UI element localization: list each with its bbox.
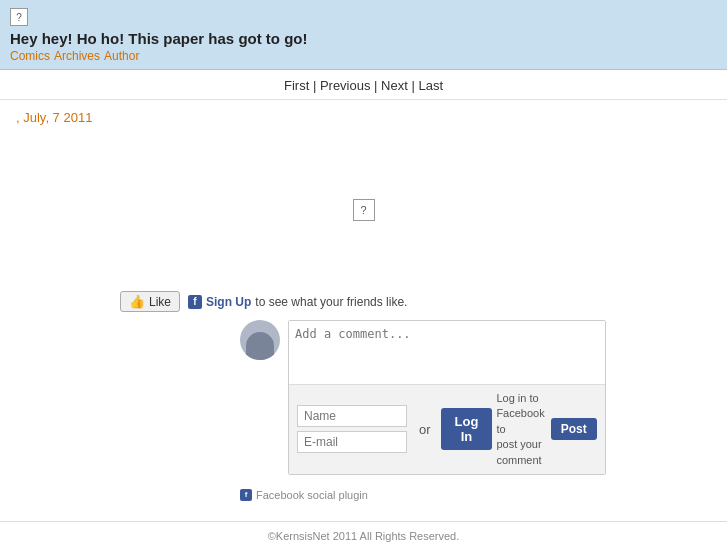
comic-image-placeholder: ? [353,199,375,221]
nav-comics[interactable]: Comics [10,49,50,63]
comment-section: or Log In Log in to Facebook to post you… [120,320,607,485]
nav-author[interactable]: Author [104,49,139,63]
header: ? Hey hey! Ho ho! This paper has got to … [0,0,727,70]
nav-archives[interactable]: Archives [54,49,100,63]
thumb-icon: 👍 [129,294,145,309]
next-button[interactable]: Next [381,78,408,93]
comic-date: , July, 7 2011 [0,100,727,135]
copyright-text: ©KernsisNet 2011 All Rights Reserved. [268,530,460,542]
previous-button[interactable]: Previous [320,78,371,93]
header-icon: ? [10,8,28,26]
comment-textarea[interactable] [289,321,605,381]
facebook-area: 👍 Like f Sign Up to see what your friend… [0,285,727,511]
site-title: Hey hey! Ho ho! This paper has got to go… [10,30,717,47]
fb-signup-link[interactable]: Sign Up [206,295,251,309]
name-input[interactable] [297,405,407,427]
login-button[interactable]: Log In [441,408,493,450]
avatar-silhouette [246,332,274,360]
avatar [240,320,280,360]
comic-area: ? [0,135,727,285]
fb-signup: f Sign Up to see what your friends like. [188,295,407,309]
like-button[interactable]: 👍 Like [120,291,180,312]
email-input[interactable] [297,431,407,453]
name-email-fields [297,405,407,453]
fb-plugin-label: Facebook social plugin [256,489,368,501]
fb-signup-text: to see what your friends like. [255,295,407,309]
page-footer: ©KernsisNet 2011 All Rights Reserved. [0,521,727,545]
comment-form: or Log In Log in to Facebook to post you… [288,320,606,475]
first-button[interactable]: First [284,78,309,93]
or-text: or [413,422,437,437]
comic-navigation: First | Previous | Next | Last [0,70,727,100]
login-info: Log in to Facebook to post your comment [496,391,544,468]
comment-footer: or Log In Log in to Facebook to post you… [289,384,605,474]
fb-small-icon: f [240,489,252,501]
post-button[interactable]: Post [551,418,597,440]
login-section: or Log In Log in to Facebook to post you… [413,391,545,468]
facebook-icon: f [188,295,202,309]
nav-links: Comics Archives Author [10,49,717,63]
fb-plugin-footer: f Facebook social plugin [120,485,607,505]
last-button[interactable]: Last [418,78,443,93]
fb-like-bar: 👍 Like f Sign Up to see what your friend… [120,291,607,312]
